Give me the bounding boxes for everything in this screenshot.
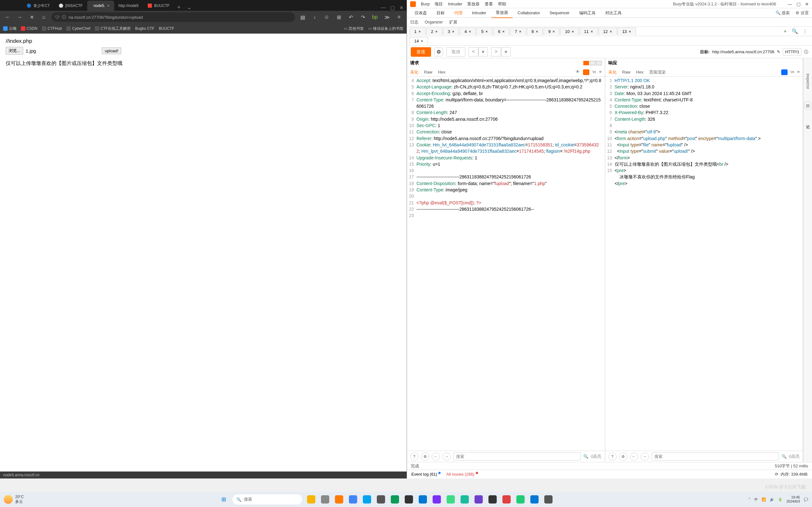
tab-collaborator[interactable]: Collaborator — [513, 9, 545, 17]
view-raw[interactable]: Raw — [622, 70, 630, 74]
tab-dropdown-icon[interactable]: ⌄ — [184, 4, 195, 11]
taskbar-app-4[interactable] — [361, 493, 373, 506]
taskbar-app-17[interactable] — [542, 493, 555, 506]
menu-icon[interactable]: ≡ — [599, 69, 602, 75]
burp-minimize-icon[interactable]: — — [788, 2, 792, 7]
repeater-tab-11[interactable]: 11 × — [579, 27, 598, 35]
tab-nisactf[interactable]: ⚪[NISACTF — [54, 1, 87, 11]
close-icon[interactable]: × — [536, 29, 538, 34]
reader-icon[interactable]: ▤ — [298, 13, 307, 21]
close-icon[interactable]: × — [418, 29, 421, 34]
repeater-tab-12[interactable]: 12 × — [599, 27, 617, 35]
burp-ext-icon[interactable]: bp — [370, 13, 379, 21]
redo-icon[interactable]: ↷ — [358, 13, 367, 21]
close-icon[interactable]: × — [420, 39, 423, 43]
close-icon[interactable]: × — [107, 3, 109, 8]
close-icon[interactable]: × — [571, 29, 574, 34]
repeater-tab-5[interactable]: 5 × — [476, 27, 493, 35]
all-issues[interactable]: All issues (266) — [446, 472, 478, 476]
taskbar-app-3[interactable] — [347, 493, 359, 506]
repeater-tab-13[interactable]: 13 × — [618, 27, 636, 35]
taskbar-app-15[interactable] — [514, 493, 527, 506]
tab-http[interactable]: http://node5 — [114, 1, 143, 11]
http-badge[interactable]: HTTP/1 — [783, 48, 802, 55]
taskbar-app-6[interactable] — [389, 493, 401, 506]
minimize-icon[interactable]: — — [380, 5, 386, 11]
clock[interactable]: 19:452024/6/3 — [786, 495, 800, 504]
subtab-log[interactable]: 日志 — [410, 19, 418, 25]
search-action[interactable]: 🔍 搜索 — [775, 10, 790, 16]
tab-target[interactable]: 目标 — [432, 8, 449, 18]
event-log[interactable]: Event log (61) — [411, 472, 441, 476]
view-raw[interactable]: Raw — [424, 70, 432, 74]
search-icon[interactable]: 🔍 — [781, 454, 786, 459]
sync-icon[interactable]: ⟳ — [775, 472, 778, 476]
help-icon[interactable]: ? — [608, 452, 617, 461]
repeater-tab-14[interactable]: 14× — [409, 37, 428, 45]
menu-help[interactable]: 帮助 — [498, 1, 506, 7]
tray-volume-icon[interactable]: 🔊 — [770, 498, 774, 502]
settings-icon[interactable]: ⚙ — [619, 452, 627, 461]
taskbar-app-16[interactable] — [528, 493, 541, 506]
close-icon[interactable]: × — [610, 29, 612, 34]
repeater-tab-6[interactable]: 6 × — [493, 27, 509, 35]
next-button[interactable]: > — [491, 47, 501, 56]
wrap-icon[interactable] — [781, 69, 788, 75]
info-icon[interactable]: ⓘ — [804, 49, 808, 55]
newline-icon[interactable]: \n — [593, 69, 596, 75]
gear-icon[interactable]: ⚙ — [434, 48, 443, 56]
tab-ctfteen[interactable]: 🔵青少年CT — [22, 1, 54, 11]
menu-repeater[interactable]: 重放器 — [467, 1, 479, 7]
newline-icon[interactable]: \n — [791, 69, 794, 75]
tab-comparer[interactable]: 对比工具 — [601, 8, 626, 18]
tray-wifi-icon[interactable]: 📶 — [762, 498, 766, 502]
bm-csdn[interactable]: CSDN — [21, 26, 38, 31]
search-next-icon[interactable]: → — [443, 452, 451, 461]
close-icon[interactable]: × — [591, 29, 593, 34]
search-tabs-icon[interactable]: 🔍 — [790, 28, 800, 34]
taskbar-app-12[interactable] — [472, 493, 485, 506]
burp-close-icon[interactable]: ✕ — [805, 2, 809, 7]
repeater-tab-10[interactable]: 10 × — [560, 27, 578, 35]
view-render[interactable]: 页面渲染 — [649, 69, 666, 75]
menu-burp[interactable]: Burp — [421, 2, 429, 6]
close-icon[interactable]: × — [519, 29, 521, 34]
menu-icon[interactable]: ≡ — [797, 69, 800, 75]
tab-buuctf[interactable]: 🟥BUUCTF — [143, 1, 174, 11]
tab-intruder[interactable]: Intruder — [467, 9, 491, 17]
repeater-tab-2[interactable]: 2 × — [426, 27, 443, 35]
taskbar-app-7[interactable] — [403, 493, 415, 506]
search-prev-icon[interactable]: ← — [432, 452, 440, 461]
request-editor[interactable]: 4Accept: text/html,application/xhtml+xml… — [407, 77, 605, 451]
menu-intruder[interactable]: Intruder — [448, 2, 462, 6]
notifications-icon[interactable]: 💬 — [804, 498, 808, 502]
browse-button[interactable]: 浏览... — [6, 47, 23, 55]
wrap-icon[interactable] — [583, 69, 589, 75]
bm-other[interactable]: ▭ 其他书签 — [344, 26, 364, 32]
help-icon[interactable]: ? — [410, 452, 418, 461]
account-icon[interactable]: ☺ — [322, 13, 331, 21]
new-tab-button[interactable]: + — [174, 4, 184, 11]
taskbar-app-8[interactable] — [416, 493, 429, 506]
start-button[interactable]: ⊞ — [217, 493, 230, 506]
repeater-tab-9[interactable]: 9 × — [544, 27, 560, 35]
view-hex[interactable]: Hex — [636, 70, 644, 74]
close-icon[interactable]: × — [553, 29, 555, 34]
tab-dashboard[interactable]: 仪表盘 — [410, 8, 432, 18]
close-icon[interactable]: × — [452, 29, 455, 34]
close-icon[interactable]: × — [629, 29, 631, 34]
view-pretty[interactable]: 美化 — [608, 69, 617, 75]
back-button[interactable]: ← — [3, 13, 12, 21]
taskbar-app-11[interactable] — [458, 493, 471, 506]
tray-battery-icon[interactable]: 🔋 — [778, 498, 782, 502]
eye-icon[interactable]: 👁 — [576, 69, 580, 75]
add-repeater-tab[interactable]: + — [781, 29, 789, 34]
repeater-tab-4[interactable]: 4 × — [460, 27, 476, 35]
repeater-tab-8[interactable]: 8 × — [527, 27, 543, 35]
apps-icon[interactable]: ≫ — [383, 13, 392, 21]
response-viewer[interactable]: 1HTTP/1.1 200 OK2Server: nginx/1.18.03Da… — [605, 77, 803, 451]
menu-project[interactable]: 项目 — [435, 1, 443, 7]
taskbar-app-0[interactable] — [305, 493, 317, 506]
menu-icon[interactable]: ≡ — [395, 13, 403, 21]
taskbar-app-10[interactable] — [444, 493, 457, 506]
